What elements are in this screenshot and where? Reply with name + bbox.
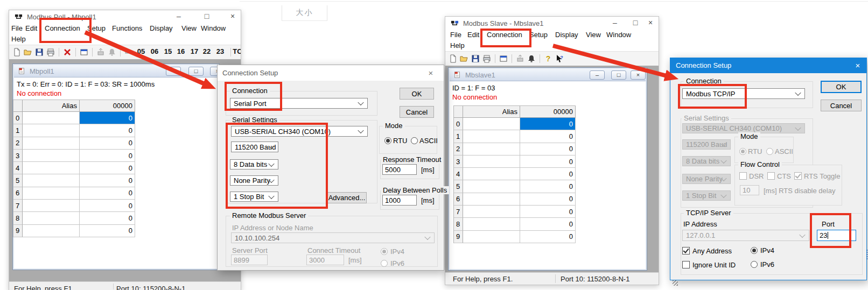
alias-cell[interactable] bbox=[23, 124, 80, 137]
open-file-icon[interactable] bbox=[23, 47, 33, 56]
alias-cell[interactable] bbox=[23, 174, 80, 187]
menu-edit[interactable]: Edit bbox=[25, 23, 37, 34]
toolbar-16-button[interactable]: 16 bbox=[174, 47, 187, 55]
alias-cell[interactable] bbox=[23, 225, 80, 237]
new-document-icon[interactable] bbox=[12, 47, 22, 56]
corner-header-cell[interactable] bbox=[454, 106, 463, 118]
display-setup-icon[interactable] bbox=[499, 54, 508, 63]
value-cell[interactable]: 0 bbox=[80, 174, 135, 187]
alias-cell[interactable] bbox=[463, 180, 520, 193]
toolbar-06-button[interactable]: 06 bbox=[148, 47, 161, 55]
menu-view[interactable]: View bbox=[181, 23, 197, 34]
ok-button[interactable]: OK bbox=[400, 88, 434, 100]
doc-minimize-button[interactable]: – bbox=[166, 67, 181, 76]
alias-cell[interactable] bbox=[463, 168, 520, 180]
ipv4-radio[interactable] bbox=[751, 247, 758, 254]
context-help-icon[interactable]: ? bbox=[555, 54, 564, 63]
help-icon[interactable]: ? bbox=[543, 54, 553, 63]
communication-icon[interactable] bbox=[96, 47, 106, 56]
response-timeout-field[interactable]: 5000 bbox=[382, 164, 417, 175]
menu-edit[interactable]: Edit bbox=[467, 30, 479, 40]
menu-window[interactable]: Window bbox=[201, 23, 226, 34]
value-cell[interactable]: 0 bbox=[80, 124, 135, 137]
column-header-cell[interactable]: 00000 bbox=[80, 100, 135, 112]
toolbar-tc-button[interactable]: TC bbox=[231, 47, 241, 55]
value-cell[interactable]: 0 bbox=[80, 187, 135, 200]
alias-cell[interactable] bbox=[463, 155, 520, 168]
corner-header-cell[interactable] bbox=[13, 100, 23, 112]
cancel-button[interactable]: Cancel bbox=[821, 100, 862, 111]
alias-cell[interactable] bbox=[23, 112, 80, 124]
doc-restore-button[interactable]: □ bbox=[188, 67, 204, 76]
ascii-radio[interactable] bbox=[411, 137, 418, 144]
row-number-cell[interactable]: 3 bbox=[13, 150, 23, 162]
value-cell[interactable]: 0 bbox=[520, 218, 576, 230]
alias-cell[interactable] bbox=[463, 206, 520, 218]
row-number-cell[interactable]: 8 bbox=[454, 218, 463, 230]
link-icon[interactable] bbox=[124, 47, 134, 56]
row-number-cell[interactable]: 7 bbox=[13, 200, 23, 212]
alias-cell[interactable] bbox=[463, 118, 520, 130]
row-number-cell[interactable]: 1 bbox=[13, 124, 23, 137]
value-cell-selected[interactable]: 0 bbox=[80, 112, 135, 124]
value-cell[interactable]: 0 bbox=[80, 225, 135, 237]
toolbar-05-button[interactable]: 05 bbox=[135, 47, 148, 55]
communication-icon[interactable] bbox=[515, 54, 525, 63]
alias-cell[interactable] bbox=[463, 143, 520, 155]
alias-header-cell[interactable]: Alias bbox=[463, 106, 520, 118]
minimize-button[interactable]: – bbox=[171, 10, 187, 23]
alias-cell[interactable] bbox=[23, 150, 80, 162]
alias-cell[interactable] bbox=[23, 200, 80, 212]
any-address-checkbox[interactable] bbox=[682, 247, 690, 254]
menu-view[interactable]: View bbox=[586, 30, 601, 40]
row-number-cell[interactable]: 4 bbox=[13, 162, 23, 174]
alias-cell[interactable] bbox=[23, 212, 80, 224]
menu-functions[interactable]: Functions bbox=[112, 23, 142, 34]
save-icon[interactable] bbox=[471, 54, 480, 63]
doc-close-button[interactable]: × bbox=[631, 70, 646, 80]
value-cell[interactable]: 0 bbox=[520, 168, 576, 180]
ok-button[interactable]: OK bbox=[821, 81, 862, 93]
row-number-cell[interactable]: 0 bbox=[13, 112, 23, 124]
print-icon[interactable] bbox=[46, 47, 55, 56]
toolbar-23-button[interactable]: 23 bbox=[214, 47, 227, 55]
print-icon[interactable] bbox=[482, 54, 492, 63]
new-document-icon[interactable] bbox=[448, 54, 458, 63]
value-cell[interactable]: 0 bbox=[80, 200, 135, 212]
alias-cell[interactable] bbox=[23, 137, 80, 150]
minimize-button[interactable]: – bbox=[607, 17, 623, 30]
toolbar-15-button[interactable]: 15 bbox=[162, 47, 174, 55]
doc-minimize-button[interactable]: – bbox=[590, 70, 605, 80]
rtu-radio[interactable] bbox=[384, 137, 391, 144]
menu-window[interactable]: Window bbox=[606, 30, 631, 40]
row-number-cell[interactable]: 5 bbox=[13, 174, 23, 187]
alias-cell[interactable] bbox=[463, 193, 520, 206]
close-button[interactable]: × bbox=[642, 17, 659, 30]
disconnect-icon[interactable] bbox=[62, 47, 72, 56]
alias-cell[interactable] bbox=[463, 130, 520, 143]
value-cell[interactable]: 0 bbox=[520, 155, 576, 168]
row-number-cell[interactable]: 3 bbox=[454, 155, 463, 168]
doc-restore-button[interactable]: □ bbox=[611, 70, 626, 80]
close-icon[interactable]: × bbox=[849, 58, 866, 73]
alias-cell[interactable] bbox=[463, 218, 520, 230]
menu-display[interactable]: Display bbox=[555, 30, 578, 40]
open-file-icon[interactable] bbox=[459, 54, 469, 63]
menu-file[interactable]: File bbox=[450, 30, 461, 40]
row-number-cell[interactable]: 2 bbox=[454, 143, 463, 155]
value-cell[interactable]: 0 bbox=[520, 206, 576, 218]
row-number-cell[interactable]: 2 bbox=[13, 137, 23, 150]
menu-display[interactable]: Display bbox=[150, 23, 173, 34]
toolbar-22-button[interactable]: 22 bbox=[200, 47, 213, 55]
value-cell[interactable]: 0 bbox=[520, 143, 576, 155]
close-button[interactable]: × bbox=[225, 10, 241, 23]
alias-cell[interactable] bbox=[23, 187, 80, 200]
alias-cell[interactable] bbox=[463, 231, 520, 243]
value-cell[interactable]: 0 bbox=[80, 150, 135, 162]
value-cell[interactable]: 0 bbox=[520, 130, 576, 143]
row-number-cell[interactable]: 0 bbox=[454, 118, 463, 130]
column-header-cell[interactable]: 00000 bbox=[520, 106, 576, 118]
row-number-cell[interactable]: 1 bbox=[454, 130, 463, 143]
row-number-cell[interactable]: 9 bbox=[454, 231, 463, 243]
delay-field[interactable]: 1000 bbox=[382, 195, 417, 206]
